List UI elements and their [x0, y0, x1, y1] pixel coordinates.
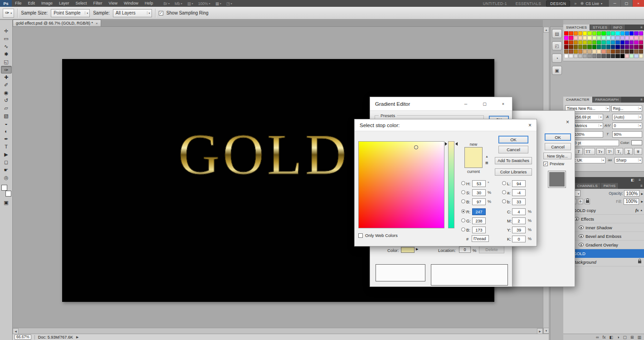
- radio-a[interactable]: [502, 190, 506, 194]
- lock-all-icon[interactable]: [585, 199, 590, 204]
- visibility-eye-icon[interactable]: [579, 226, 584, 229]
- color-swatch[interactable]: [634, 54, 638, 58]
- zoom-level[interactable]: 100%▾: [198, 1, 210, 6]
- color-swatch[interactable]: [564, 54, 568, 58]
- clone-stamp-tool[interactable]: ◉: [1, 89, 12, 97]
- layer-row-gold[interactable]: TGOLD: [563, 249, 644, 258]
- color-swatch[interactable]: [583, 54, 587, 58]
- field-value[interactable]: 39: [512, 227, 526, 233]
- menu-help[interactable]: Help: [141, 0, 156, 7]
- color-swatch[interactable]: [583, 49, 587, 54]
- color-swatch[interactable]: [606, 36, 610, 40]
- dodge-tool[interactable]: ◐: [1, 128, 12, 135]
- color-swatch[interactable]: [587, 49, 591, 54]
- color-swatch[interactable]: [574, 40, 578, 44]
- color-swatch[interactable]: [587, 40, 591, 44]
- menu-filter[interactable]: Filter: [90, 0, 106, 7]
- horizontal-scale-field[interactable]: 90%: [612, 131, 643, 138]
- color-swatch[interactable]: [625, 31, 629, 35]
- ok-button[interactable]: OK: [498, 136, 528, 143]
- quick-mask-icon[interactable]: ▣: [1, 199, 12, 207]
- sample-size-select[interactable]: Point Sample ▾: [51, 9, 90, 17]
- new-layer-icon[interactable]: ⊞: [630, 335, 634, 340]
- color-swatch[interactable]: [634, 36, 638, 40]
- color-swatch[interactable]: [620, 40, 624, 44]
- show-sampling-ring-checkbox[interactable]: ✓: [159, 11, 163, 15]
- color-swatch[interactable]: [592, 54, 596, 58]
- color-swatch[interactable]: [620, 49, 624, 54]
- vertical-scale-field[interactable]: 100%: [573, 131, 603, 138]
- color-swatch[interactable]: [587, 31, 591, 35]
- color-swatch[interactable]: [611, 40, 615, 44]
- workspace-untitled-1[interactable]: UNTITLED-1: [479, 1, 511, 6]
- color-swatch[interactable]: [625, 54, 629, 58]
- color-swatch[interactable]: [620, 45, 624, 49]
- color-swatch[interactable]: [583, 45, 587, 49]
- color-swatch[interactable]: [592, 49, 596, 54]
- web-color-icon[interactable]: ▦: [485, 161, 488, 165]
- path-selection-tool[interactable]: ▶: [1, 151, 12, 158]
- color-swatch[interactable]: [597, 36, 601, 40]
- visibility-eye-icon[interactable]: [579, 243, 584, 246]
- menu-edit[interactable]: Edit: [25, 0, 39, 7]
- color-swatch[interactable]: [629, 31, 634, 35]
- color-swatch[interactable]: [625, 49, 629, 54]
- color-swatch[interactable]: [597, 49, 601, 54]
- menu-file[interactable]: File: [12, 0, 25, 7]
- layer-row-gold-copy[interactable]: TGOLD copyfx▴: [563, 206, 644, 215]
- color-swatch[interactable]: [601, 36, 605, 40]
- color-swatch[interactable]: [601, 54, 605, 58]
- visibility-eye-icon[interactable]: [579, 234, 584, 238]
- menu-view[interactable]: View: [106, 0, 121, 7]
- color-swatch[interactable]: [606, 40, 610, 44]
- mini-panel-icon-1[interactable]: ◧: [629, 178, 636, 182]
- color-swatch[interactable]: [564, 49, 568, 54]
- color-libraries-button[interactable]: Color Libraries: [495, 168, 532, 176]
- color-swatch[interactable]: [583, 40, 587, 44]
- font-style-select[interactable]: Reg... ▾: [611, 105, 642, 112]
- tab-swatches[interactable]: SWATCHES: [563, 25, 590, 30]
- panel-menu-icon[interactable]: ≡: [639, 97, 644, 103]
- color-swatch[interactable]: [574, 31, 578, 35]
- crop-tool[interactable]: ◱: [1, 58, 12, 66]
- color-swatch[interactable]: [620, 31, 624, 35]
- font-size-select[interactable]: 256.69 pt ▾: [573, 114, 603, 120]
- tool-preset-button[interactable]: ✑ ▾: [3, 9, 14, 18]
- opacity-field[interactable]: 100%: [624, 190, 639, 197]
- status-expand-icon[interactable]: ▶: [76, 335, 78, 339]
- stop-color-menu-icon[interactable]: ▶: [416, 247, 418, 251]
- color-swatch[interactable]: [578, 49, 582, 54]
- color-swatch[interactable]: [592, 31, 596, 35]
- color-swatch[interactable]: [634, 31, 638, 35]
- workspace-design[interactable]: DESIGN: [546, 0, 570, 7]
- color-swatch[interactable]: [564, 40, 568, 44]
- color-swatch[interactable]: [629, 49, 634, 54]
- collapsed-panel-icon-3[interactable]: ◔: [552, 54, 562, 63]
- color-swatch[interactable]: [564, 45, 568, 49]
- zoom-level-field[interactable]: 66.67%: [15, 335, 31, 340]
- rectangular-marquee-tool[interactable]: ▭: [1, 35, 12, 43]
- color-swatch[interactable]: [629, 36, 634, 40]
- stop-color-swatch[interactable]: [401, 247, 415, 253]
- color-swatch[interactable]: [611, 36, 615, 40]
- color-swatch[interactable]: [611, 49, 615, 54]
- maximize-icon[interactable]: ▢: [483, 102, 487, 106]
- healing-brush-tool[interactable]: ✚: [1, 74, 12, 81]
- color-swatch[interactable]: [606, 45, 610, 49]
- field-value[interactable]: -4: [512, 189, 526, 196]
- minimize-icon[interactable]: ─: [464, 102, 467, 106]
- cancel-button[interactable]: Cancel: [498, 146, 528, 153]
- color-swatch[interactable]: [639, 31, 643, 35]
- layer-row-gradient-overlay[interactable]: Gradient Overlay: [563, 241, 644, 249]
- close-tab-icon[interactable]: ×: [96, 21, 98, 25]
- lasso-tool[interactable]: ∿: [1, 43, 12, 50]
- mini-bridge-icon[interactable]: Mb▾: [175, 1, 182, 6]
- color-swatch[interactable]: [597, 40, 601, 44]
- panel-menu-icon[interactable]: ≡: [639, 25, 644, 30]
- style-button-caps[interactable]: TT: [584, 148, 595, 155]
- color-swatch[interactable]: [569, 45, 573, 49]
- layer-row-effects[interactable]: Effects: [563, 215, 644, 223]
- shape-tool[interactable]: ◻: [1, 158, 12, 166]
- color-swatch[interactable]: [639, 49, 643, 54]
- layer-style-icon[interactable]: fx: [602, 335, 605, 340]
